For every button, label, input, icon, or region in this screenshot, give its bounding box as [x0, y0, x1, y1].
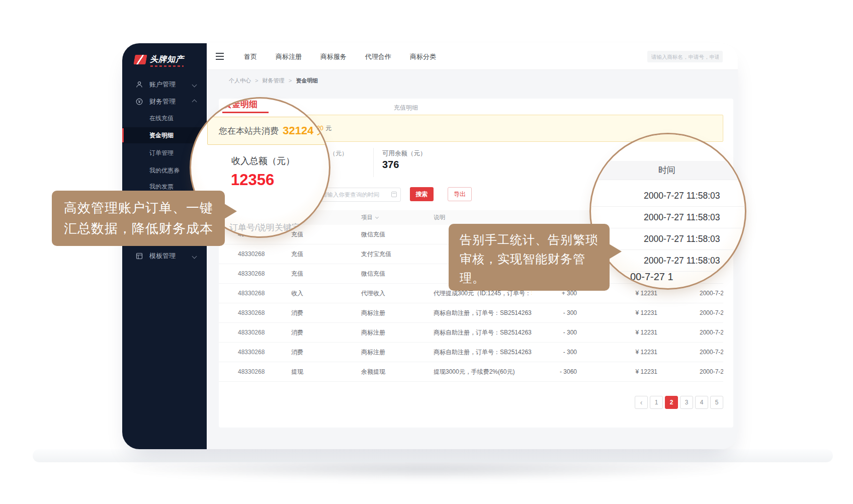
- logo-icon: [133, 55, 147, 64]
- pagination-page-5[interactable]: 5: [710, 396, 723, 409]
- trademark-search-input[interactable]: [647, 51, 723, 62]
- callout-left-line2: 汇总数据，降低财务成本: [64, 218, 225, 239]
- laptop-base: [33, 449, 833, 462]
- balance-label: 可用余额（元）: [382, 149, 426, 158]
- cell-project: 商标注册: [361, 328, 434, 337]
- magnified-banner-amount: 32124: [283, 124, 313, 137]
- cell-order-no: 48330268: [219, 290, 291, 297]
- table-row: 48330268 提现 余额提现 提现3000元，手续费2%(60元) - 30…: [219, 362, 723, 382]
- sidebar-item-label: 我的优惠券: [149, 166, 180, 175]
- breadcrumb: 个人中心 > 财务管理 > 资金明细: [229, 77, 318, 85]
- sidebar-item-label: 模板管理: [149, 251, 176, 261]
- pagination-page-1[interactable]: 1: [650, 396, 663, 409]
- cell-project: 商标注册: [361, 309, 434, 317]
- nav-home[interactable]: 首页: [244, 52, 257, 61]
- pagination-page-3[interactable]: 3: [680, 396, 693, 409]
- search-button[interactable]: 搜索: [410, 187, 434, 201]
- cell-desc: 商标自助注册，订单号：SB2514263J: [434, 328, 532, 337]
- topbar: 首页 商标注册 商标服务 代理合作 商标分类: [207, 43, 738, 70]
- cell-type: 收入: [291, 289, 361, 298]
- cell-type: 充值: [291, 270, 361, 278]
- breadcrumb-separator: >: [255, 77, 258, 83]
- sidebar-item-label: 在线充值: [149, 114, 174, 123]
- nav-trademark-register[interactable]: 商标注册: [276, 52, 302, 61]
- nav-trademark-services[interactable]: 商标服务: [320, 52, 347, 61]
- cell-time: 2000-7-27 11:58:03: [700, 329, 723, 336]
- cell-type: 消费: [291, 348, 361, 357]
- logo-subtext: [150, 65, 184, 67]
- cell-amount: - 300: [532, 349, 577, 356]
- nav-trademark-category[interactable]: 商标分类: [410, 52, 436, 61]
- stats-divider: [373, 148, 374, 177]
- cell-order-no: 48330268: [219, 368, 291, 375]
- time-input[interactable]: [317, 188, 401, 202]
- header-project[interactable]: 项目: [361, 214, 434, 221]
- cell-time: 2000-7-27 11:58:03: [700, 309, 723, 316]
- cell-desc: 商标自助注册，订单号：SB2514263J: [434, 348, 532, 357]
- callout-left: 高效管理账户订单、一键 汇总数据，降低财务成本: [52, 191, 225, 246]
- cell-order-no: 48330268: [219, 309, 291, 316]
- callout-right: 告别手工统计、告别繁琐 审核，实现智能财务管 理。: [449, 224, 610, 291]
- table-row: 48330268 消费 商标注册 商标自助注册，订单号：SB2514263J -…: [219, 343, 723, 362]
- cell-balance: ¥ 12231: [577, 368, 657, 375]
- sidebar-item-account[interactable]: 账户管理: [122, 76, 207, 93]
- callout-left-line1: 高效管理账户订单、一键: [64, 198, 225, 218]
- time-filter: [317, 188, 401, 202]
- magnified-time-row: 2000-7-27 11:58:03: [591, 207, 745, 228]
- cell-balance: ¥ 12231: [577, 349, 657, 356]
- magnified-income-label: 收入总额（元）: [231, 155, 295, 167]
- hamburger-menu-icon[interactable]: [216, 52, 226, 61]
- cell-amount: + 300: [532, 290, 577, 297]
- sidebar-item-online-recharge[interactable]: 在线充值: [122, 110, 207, 126]
- callout-right-line1: 告别手工统计、告别繁琐: [460, 230, 610, 249]
- cell-order-no: 48330268: [219, 250, 291, 258]
- user-icon: [136, 81, 143, 88]
- magnified-time-row: 2000-7-27 11:58:03: [591, 185, 745, 207]
- sidebar: 头牌知产 账户管理 财务管理 在线充值 资金明细: [122, 43, 207, 449]
- breadcrumb-separator: >: [289, 77, 292, 83]
- tab-recharge-detail[interactable]: 充值明细: [394, 104, 418, 112]
- cell-order-no: 48330268: [219, 349, 291, 356]
- cell-project: 代理收入: [361, 289, 434, 298]
- cell-balance: ¥ 12231: [577, 290, 657, 297]
- top-navigation: 首页 商标注册 商标服务 代理合作 商标分类: [244, 43, 436, 70]
- pagination-page-4[interactable]: 4: [695, 396, 708, 409]
- caret-down-icon: [375, 215, 379, 219]
- table-row: 48330268 消费 商标注册 商标自助注册，订单号：SB2514263J -…: [219, 323, 723, 343]
- chevron-down-icon: [192, 82, 197, 87]
- breadcrumb-home[interactable]: 个人中心: [229, 77, 251, 83]
- export-button[interactable]: 导出: [448, 187, 472, 201]
- magnified-banner: 您在本站共消费 32124 元: [207, 117, 330, 145]
- consumption-unit: 元: [325, 124, 331, 133]
- cell-order-no: 48330268: [219, 329, 291, 336]
- sidebar-item-funds-detail[interactable]: 资金明细: [122, 127, 207, 143]
- calendar-icon[interactable]: [391, 192, 397, 197]
- sidebar-item-label: 账户管理: [149, 80, 176, 89]
- breadcrumb-finance[interactable]: 财务管理: [263, 77, 285, 83]
- cell-order-no: 48330268: [219, 270, 291, 277]
- cell-time: 2000-7-27 11:58:03: [700, 290, 723, 297]
- cell-project: 余额提现: [361, 368, 434, 376]
- pagination-page-2[interactable]: 2: [665, 396, 678, 409]
- nav-agency-cooperation[interactable]: 代理合作: [365, 52, 391, 61]
- cell-desc: 提现3000元，手续费2%(60元): [434, 368, 532, 376]
- cell-amount: - 3060: [532, 368, 577, 375]
- sidebar-item-templates[interactable]: 模板管理: [122, 248, 207, 264]
- expense-label-fragment: （元）: [329, 149, 348, 158]
- sidebar-item-label: 我的发票: [149, 183, 174, 191]
- finance-icon: [136, 98, 143, 105]
- cell-type: 消费: [291, 328, 361, 337]
- logo: 头牌知产: [134, 54, 184, 65]
- callout-right-line3: 理。: [460, 269, 610, 288]
- sidebar-item-finance[interactable]: 财务管理: [122, 94, 207, 110]
- cell-project: 商标注册: [361, 348, 434, 357]
- pagination-prev[interactable]: ‹: [635, 396, 648, 409]
- stage: 头牌知产 账户管理 财务管理 在线充值 资金明细: [0, 0, 853, 504]
- logo-text: 头牌知产: [150, 54, 184, 65]
- cell-type: 充值: [291, 230, 361, 239]
- chevron-down-icon: [192, 254, 197, 259]
- header-desc: 说明: [434, 214, 532, 221]
- cell-time: 2000-7-27 11:58:03: [700, 349, 723, 356]
- cell-desc: 商标自助注册，订单号：SB2514263J: [434, 309, 532, 317]
- magnified-banner-prefix: 您在本站共消费: [219, 125, 279, 137]
